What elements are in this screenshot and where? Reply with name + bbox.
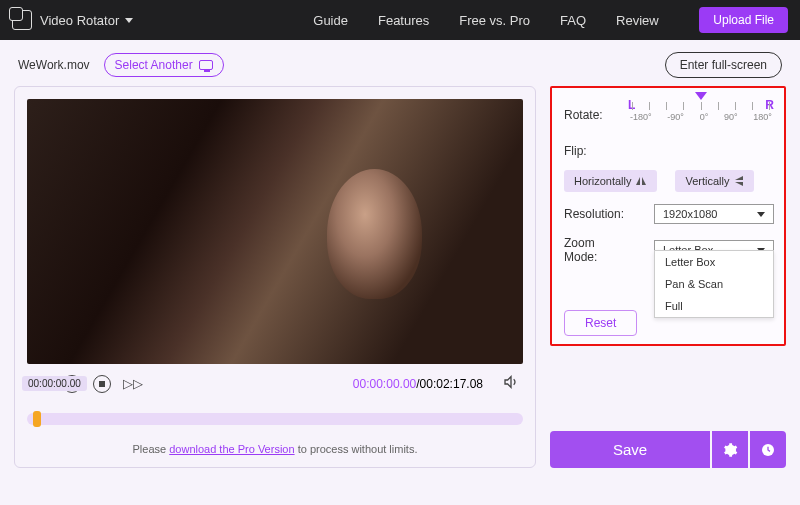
forward-button[interactable]: ▷▷ bbox=[123, 376, 143, 391]
settings-button[interactable] bbox=[712, 431, 748, 468]
zoom-option-letterbox[interactable]: Letter Box bbox=[655, 251, 773, 273]
seek-thumb[interactable] bbox=[33, 411, 41, 427]
download-pro-link[interactable]: download the Pro Version bbox=[169, 443, 294, 455]
flip-vertical-button[interactable]: Vertically bbox=[675, 170, 753, 192]
player-panel: ◁◁ ▷▷ 00:00:00.00/00:02:17.08 Please dow… bbox=[14, 86, 536, 468]
zoom-option-panscan[interactable]: Pan & Scan bbox=[655, 273, 773, 295]
rotate-label: Rotate: bbox=[564, 108, 628, 122]
current-file-name: WeWork.mov bbox=[18, 58, 90, 72]
flip-vertical-icon bbox=[734, 175, 744, 187]
app-logo-icon bbox=[12, 10, 32, 30]
flip-label: Flip: bbox=[564, 144, 628, 158]
volume-button[interactable] bbox=[503, 374, 519, 393]
duration-time: 00:02:17.08 bbox=[420, 377, 483, 391]
nav-guide[interactable]: Guide bbox=[313, 13, 348, 28]
history-button[interactable] bbox=[750, 431, 786, 468]
monitor-icon bbox=[199, 60, 213, 70]
enter-fullscreen-button[interactable]: Enter full-screen bbox=[665, 52, 782, 78]
rotate-pointer-icon[interactable] bbox=[695, 92, 707, 100]
nav-review[interactable]: Review bbox=[616, 13, 659, 28]
app-title-dropdown[interactable]: Video Rotator bbox=[40, 13, 133, 28]
gear-icon bbox=[722, 442, 738, 458]
chevron-down-icon bbox=[757, 212, 765, 217]
resolution-value: 1920x1080 bbox=[663, 208, 717, 220]
resolution-label: Resolution: bbox=[564, 207, 628, 221]
stop-icon bbox=[99, 381, 105, 387]
footer-note: Please download the Pro Version to proce… bbox=[27, 443, 523, 455]
seek-track[interactable] bbox=[27, 413, 523, 425]
select-another-label: Select Another bbox=[115, 58, 193, 72]
app-title: Video Rotator bbox=[40, 13, 119, 28]
nav-faq[interactable]: FAQ bbox=[560, 13, 586, 28]
rotate-slider[interactable]: L R -180° -90° 0° 90° 180° bbox=[628, 98, 774, 132]
save-button[interactable]: Save bbox=[550, 431, 710, 468]
zoom-mode-dropdown: Letter Box Pan & Scan Full bbox=[654, 250, 774, 318]
stop-button[interactable] bbox=[93, 375, 111, 393]
flip-horizontal-icon bbox=[635, 176, 647, 186]
settings-panel: Rotate: L R -180° -90° 0° 90° 180° Flip: bbox=[550, 86, 786, 346]
reset-button[interactable]: Reset bbox=[564, 310, 637, 336]
upload-file-button[interactable]: Upload File bbox=[699, 7, 788, 33]
time-display: 00:00:00.00/00:02:17.08 bbox=[353, 377, 483, 391]
clock-icon bbox=[760, 442, 776, 458]
resolution-select[interactable]: 1920x1080 bbox=[654, 204, 774, 224]
chevron-down-icon bbox=[125, 18, 133, 23]
video-preview[interactable] bbox=[27, 99, 523, 364]
nav-free-vs-pro[interactable]: Free vs. Pro bbox=[459, 13, 530, 28]
zoom-option-full[interactable]: Full bbox=[655, 295, 773, 317]
nav-features[interactable]: Features bbox=[378, 13, 429, 28]
select-another-button[interactable]: Select Another bbox=[104, 53, 224, 77]
flip-horizontal-button[interactable]: Horizontally bbox=[564, 170, 657, 192]
current-time: 00:00:00.00 bbox=[353, 377, 416, 391]
zoom-mode-label: Zoom Mode: bbox=[564, 236, 628, 264]
seek-tooltip: 00:00:00.00 bbox=[22, 376, 87, 391]
